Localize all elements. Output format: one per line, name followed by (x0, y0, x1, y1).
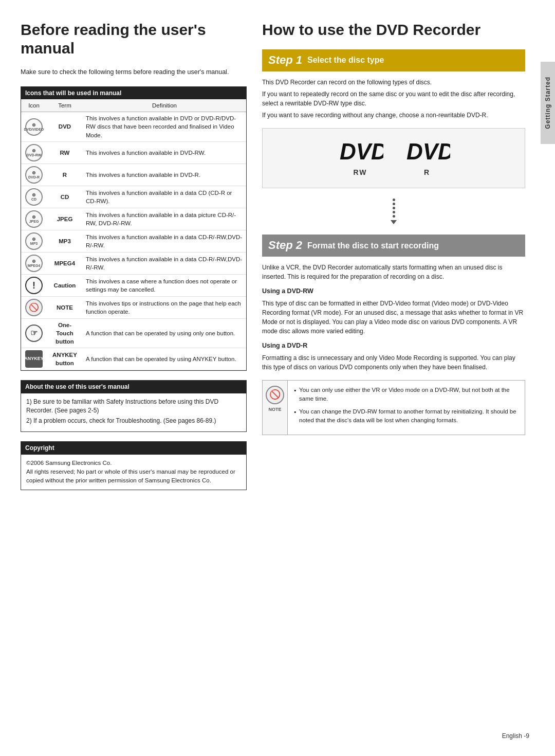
step1-line1: This DVD Recorder can record on the foll… (262, 78, 525, 87)
mp3-icon: ⊕ MP3 (25, 232, 43, 250)
term-cell: Caution (47, 274, 83, 296)
svg-text:DVD: DVD (340, 139, 383, 164)
step1-content: This DVD Recorder can record on the foll… (262, 78, 525, 120)
table-row: ⊕ MPEG4 MPEG4 This involves a function a… (21, 252, 246, 274)
table-row: ANYKEY ANYKEYbutton A function that can … (21, 348, 246, 370)
definition-cell: This involves a function available in DV… (83, 141, 246, 164)
copyright-text: ©2006 Samsung Electronics Co.All rights … (26, 459, 241, 485)
table-row: ⊕ DVD/VIDEO DVD This involves a function… (21, 112, 246, 141)
dvd-r-label: R (424, 168, 430, 178)
dots-arrow (262, 188, 525, 235)
icon-cell: ☞ (21, 318, 47, 348)
definition-cell: This involves a function available in DV… (83, 164, 246, 186)
icon-cell: 🚫 (21, 296, 47, 318)
step2-label: Format the disc to start recording (307, 240, 439, 251)
icon-cell: ! (21, 274, 47, 296)
table-row: ☞ One-Touchbutton A function that can be… (21, 318, 246, 348)
icon-cell: ⊕ CD (21, 186, 47, 208)
table-row: ⊕ CD CD This involves a function availab… (21, 186, 246, 208)
term-cell: MP3 (47, 230, 83, 252)
col-term: Term (47, 99, 83, 112)
icons-table: Icon Term Definition ⊕ DVD/VIDEO (21, 99, 246, 370)
icons-section-header: Icons that will be used in manual (21, 87, 246, 100)
anykey-icon: ANYKEY (25, 350, 43, 368)
caution-icon: ! (25, 277, 43, 294)
arrow-down-icon (391, 220, 397, 224)
dvd-r-icon: ⊕ DVD-R (25, 166, 43, 184)
dvd-rw-logo: DVD RW (337, 139, 383, 178)
icon-cell: ⊕ JPEG (21, 208, 47, 230)
term-cell: ANYKEYbutton (47, 348, 83, 370)
note-icon-col: 🚫 NOTE (263, 381, 288, 435)
icon-cell: ⊕ DVD-R (21, 164, 47, 186)
dvd-rw-svg: DVD (337, 139, 383, 165)
term-cell: NOTE (47, 296, 83, 318)
icon-cell: ⊕ MPEG4 (21, 252, 47, 274)
note-item-1: You can only use either the VR or Video … (294, 386, 519, 404)
intro-text: Make sure to check the following terms b… (21, 68, 247, 77)
definition-cell: This involves a function available in a … (83, 252, 246, 274)
term-cell: JPEG (47, 208, 83, 230)
step1-label: Select the disc type (307, 55, 384, 66)
table-row: ! Caution This involves a case where a f… (21, 274, 246, 296)
definition-cell: This involves a function available in DV… (83, 112, 246, 141)
left-column: Before reading the user's manual Make su… (21, 21, 247, 735)
step1-line2: If you want to repeatedly record on the … (262, 89, 525, 108)
svg-text:DVD: DVD (406, 139, 450, 164)
dot4 (393, 211, 395, 213)
step2-header: Step 2 Format the disc to start recordin… (262, 235, 525, 257)
term-cell: CD (47, 186, 83, 208)
one-touch-icon: ☞ (25, 325, 43, 342)
about-section-header: About the use of this user's manual (21, 381, 246, 393)
using-dvdr-text: Formatting a disc is unnecessary and onl… (262, 353, 525, 372)
definition-cell: This involves a function available in a … (83, 186, 246, 208)
note-label-text: NOTE (268, 406, 281, 413)
definition-cell: This involves tips or instructions on th… (83, 296, 246, 318)
icon-cell: ANYKEY (21, 348, 47, 370)
using-dvdrw-title: Using a DVD-RW (262, 286, 525, 296)
using-dvdr-title: Using a DVD-R (262, 341, 525, 351)
sidebar-label: Getting Started (544, 77, 552, 129)
about-item-1: 1) Be sure to be familiar with Safety In… (26, 398, 241, 415)
page-footer: English -9 (502, 732, 529, 741)
cd-icon: ⊕ CD (25, 188, 43, 206)
definition-cell: A function that can be operated by using… (83, 348, 246, 370)
copyright-header: Copyright (21, 442, 246, 455)
icon-cell: ⊕ DVD-RW (21, 141, 47, 164)
table-row: ⊕ JPEG JPEG This involves a function ava… (21, 208, 246, 230)
table-row: ⊕ MP3 MP3 This involves a function avail… (21, 230, 246, 252)
copyright-section: Copyright ©2006 Samsung Electronics Co.A… (21, 441, 247, 490)
note-item-2: You can change the DVD-RW format to anot… (294, 407, 519, 425)
step2-intro: Unlike a VCR, the DVD Recorder automatic… (262, 263, 525, 281)
definition-cell: This involves a case where a function do… (83, 274, 246, 296)
definition-cell: This involves a function available in a … (83, 208, 246, 230)
term-cell: RW (47, 141, 83, 164)
about-item-2: 2) If a problem occurs, check for Troubl… (26, 417, 241, 425)
col-icon: Icon (21, 99, 47, 112)
left-title: Before reading the user's manual (21, 21, 247, 58)
term-cell: One-Touchbutton (47, 318, 83, 348)
step1-number: Step 1 (268, 52, 302, 68)
jpeg-icon: ⊕ JPEG (25, 210, 43, 228)
about-content: 1) Be sure to be familiar with Safety In… (21, 393, 246, 431)
dot5 (393, 215, 395, 218)
step1-line3: If you want to save recording without an… (262, 111, 525, 120)
note-box: 🚫 NOTE You can only use either the VR or… (262, 380, 525, 435)
footer-text: English -9 (502, 732, 529, 740)
table-row: ⊕ DVD-R R This involves a function avail… (21, 164, 246, 186)
dvd-r-logo: DVD R (404, 139, 450, 178)
definition-cell: A function that can be operated by using… (83, 318, 246, 348)
definition-cell: This involves a function available in a … (83, 230, 246, 252)
dot2 (393, 203, 395, 205)
dot3 (393, 207, 395, 209)
mpeg4-icon: ⊕ MPEG4 (25, 255, 43, 272)
sidebar-tab: Getting Started (541, 62, 555, 144)
step1-header: Step 1 Select the disc type (262, 49, 525, 71)
icon-cell: ⊕ MP3 (21, 230, 47, 252)
col-definition: Definition (83, 99, 246, 112)
dvd-rw-label: RW (353, 168, 367, 178)
term-cell: R (47, 164, 83, 186)
icons-section: Icons that will be used in manual Icon T… (21, 86, 247, 371)
dvd-rw-icon: ⊕ DVD-RW (25, 144, 43, 161)
term-cell: MPEG4 (47, 252, 83, 274)
